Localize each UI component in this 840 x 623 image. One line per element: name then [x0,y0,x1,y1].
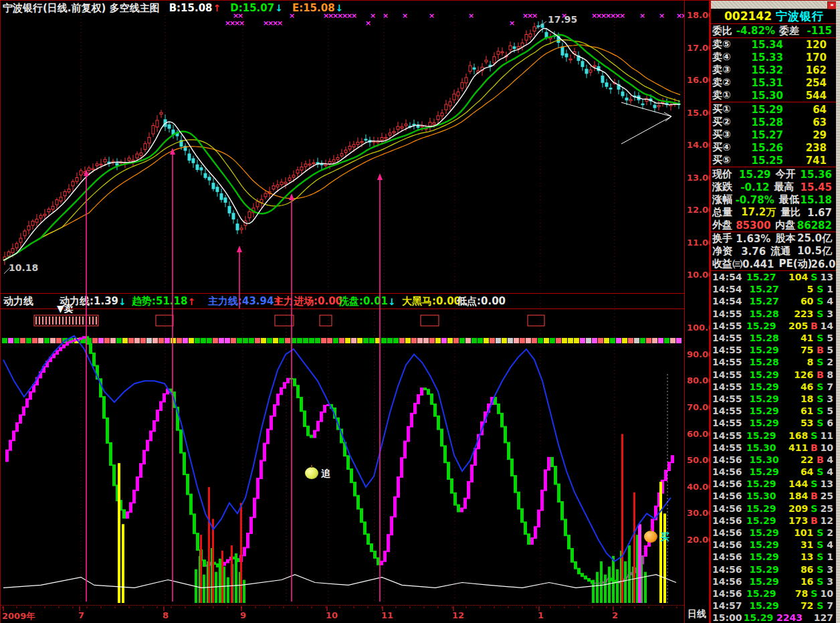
stat-label: 现价 [711,168,739,181]
high-price-label: 17.95 [548,14,577,25]
tick-price: 15.29 [742,503,776,514]
tick-trade-list[interactable]: 14:5415.27104S1314:5415.275S114:5415.276… [711,271,837,623]
bid-row[interactable]: 买④15.26238 [711,141,837,154]
indicator-axis-label: 40.00 [687,482,708,492]
ask-level-label: 卖④ [711,51,743,64]
indicator-header: 动力线 动力线:1.39↓趋势:51.18↑主力线:43.94↑主力进场:0.0… [1,293,708,309]
stat-value: 15.18 [801,194,837,206]
ask-volume: 170 [783,52,837,64]
ask-price: 15.30 [743,90,783,102]
tick-side: B [813,345,827,355]
indicator-chart[interactable] [1,308,684,605]
svg-text:×: × [277,19,283,27]
stat-label: 今开 [776,168,801,181]
bid-row[interactable]: 买①15.2964 [711,103,837,116]
tick-side: S [808,588,820,599]
stat-label: 换手 [711,232,736,245]
tick-count: 25 [821,491,837,501]
stat-label: 外盘 [711,219,736,232]
bid-volume: 29 [783,129,837,141]
bid-row[interactable]: 买⑤15.25741 [711,154,837,167]
bid-price: 15.27 [743,129,783,141]
legend-item: E:15.08↓ [292,2,343,14]
stat-label: 流通 [770,245,797,258]
bid-price: 15.28 [743,116,783,128]
ask-price: 15.33 [743,52,783,64]
time-axis-label: 8 [163,610,169,620]
tick-time: 14:55 [711,442,742,453]
ask-row[interactable]: 卖③15.32162 [711,64,837,76]
tick-row: 14:5515.288S2 [711,356,837,368]
tick-volume: 104 [776,272,808,282]
indicator-axis-label: 80.00 [687,375,708,385]
indicator-field: 主力进场:0.00 [274,295,342,308]
tick-time: 14:55 [711,321,742,331]
tick-volume: 53 [779,418,814,428]
tick-volume: 41 [779,333,814,343]
tick-row: 14:5615.2913S1 [711,551,837,563]
tick-volume: 78 [776,588,808,599]
bid-row[interactable]: 买③15.2729 [711,128,837,141]
tick-time: 14:56 [711,564,742,575]
stat-label: 内盘 [775,219,797,232]
ask-row[interactable]: 卖①15.30544 [711,89,837,102]
ask-volume: 254 [783,77,837,89]
tick-side: S [813,393,827,404]
quote-panel: 002142宁波银行 委比 -4.82% 委差 -115 卖⑤15.34120卖… [710,1,840,623]
tick-side: S [813,576,827,587]
tick-time: 14:56 [711,551,742,562]
weibi-label: 委比 [711,25,732,37]
tick-price: 15.29 [742,612,773,623]
tick-side: B [808,321,820,331]
period-label[interactable]: 日线 [688,608,706,620]
window-chrome-right [836,1,840,623]
bid-row[interactable]: 买②15.2863 [711,116,837,128]
tick-price: 15.29 [742,564,779,575]
tick-price: 15.29 [742,345,779,355]
svg-text:×: × [429,11,435,20]
tick-price: 15.30 [742,454,779,465]
stat-value: 85300 [736,219,770,232]
tick-row: 14:5515.2918S3 [711,393,837,405]
tick-price: 15.29 [742,381,779,392]
indicator-axis-label: 70.00 [687,402,708,412]
time-axis-label: 11 [381,610,393,620]
ask-row[interactable]: 卖②15.31254 [711,76,837,89]
svg-text:×: × [509,19,515,27]
stat-label: 收益㈢ [711,258,742,270]
ask-row[interactable]: 卖④15.33170 [711,51,837,64]
svg-text:×: × [639,11,645,20]
tick-row: 14:5515.2953S6 [711,417,837,429]
svg-text:×: × [351,11,357,20]
tick-volume: 144 [776,478,808,489]
tick-price: 15.29 [742,515,776,526]
tick-row: 14:5415.2760S4 [711,295,837,307]
tick-volume: 223 [779,308,814,319]
ask-volume: 162 [783,64,837,76]
tick-time: 14:55 [711,369,742,380]
stat-value: 3.76 [741,246,766,258]
tick-time: 14:56 [711,527,742,538]
svg-text:×: × [365,19,371,27]
tick-time: 14:56 [711,454,742,465]
tick-volume: 16 [779,576,814,587]
stat-label: 最高 [774,181,801,193]
stat-value: 17.2万 [741,206,776,219]
tick-price: 15.29 [742,539,779,550]
tick-volume: 168 [776,430,808,441]
indicator-field: 低点:0.00 [457,295,506,308]
weicha-label: 委差 [779,25,799,37]
tick-time: 14:55 [711,308,742,319]
weibi-value: -4.82% [732,25,775,37]
bid-level-label: 买④ [711,141,743,154]
svg-text:×: × [383,11,389,20]
tick-price: 15.29 [742,551,779,562]
ask-row[interactable]: 卖⑤15.34120 [711,38,837,51]
legend-item: B:15.08↑ [169,2,221,14]
time-axis-label: 12 [452,610,464,620]
main-price-chart[interactable]: ×××××××××××××××××××××××××××××××××××××××× [1,1,684,293]
stat-label: 总量 [711,206,741,219]
y-axis-label: 17.00 [687,43,708,53]
tick-volume: 411 [776,442,808,453]
stat-row: 涨跌-0.12最高15.45 [711,181,837,193]
